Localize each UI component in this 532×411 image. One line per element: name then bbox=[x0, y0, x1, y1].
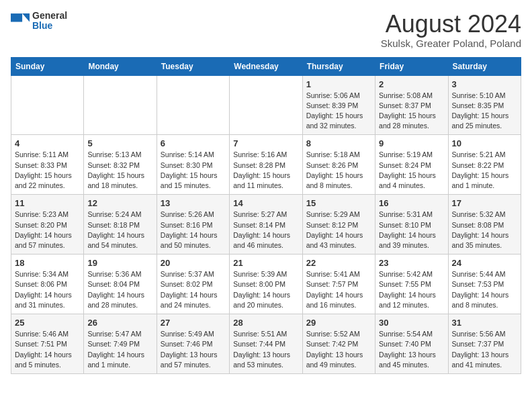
day-info: Sunrise: 5:51 AM Sunset: 7:44 PM Dayligh… bbox=[233, 330, 290, 369]
day-info: Sunrise: 5:46 AM Sunset: 7:51 PM Dayligh… bbox=[15, 330, 72, 369]
calendar-cell: 31Sunrise: 5:56 AM Sunset: 7:37 PM Dayli… bbox=[448, 314, 521, 374]
header-friday: Friday bbox=[375, 57, 448, 75]
day-info: Sunrise: 5:16 AM Sunset: 8:28 PM Dayligh… bbox=[233, 150, 290, 189]
day-info: Sunrise: 5:37 AM Sunset: 8:02 PM Dayligh… bbox=[161, 270, 218, 309]
day-number: 10 bbox=[452, 138, 517, 148]
calendar-cell: 22Sunrise: 5:41 AM Sunset: 7:57 PM Dayli… bbox=[302, 255, 375, 314]
day-info: Sunrise: 5:41 AM Sunset: 7:57 PM Dayligh… bbox=[306, 270, 363, 309]
calendar-cell bbox=[230, 75, 302, 135]
day-number: 7 bbox=[233, 138, 298, 148]
day-info: Sunrise: 5:31 AM Sunset: 8:10 PM Dayligh… bbox=[379, 210, 436, 249]
day-number: 17 bbox=[452, 198, 517, 208]
header-wednesday: Wednesday bbox=[230, 57, 302, 75]
day-info: Sunrise: 5:42 AM Sunset: 7:55 PM Dayligh… bbox=[379, 270, 436, 309]
calendar-cell: 17Sunrise: 5:32 AM Sunset: 8:08 PM Dayli… bbox=[448, 195, 521, 255]
main-title: August 2024 bbox=[381, 11, 521, 38]
day-info: Sunrise: 5:27 AM Sunset: 8:14 PM Dayligh… bbox=[233, 210, 290, 249]
day-number: 25 bbox=[15, 318, 80, 328]
calendar-cell: 10Sunrise: 5:21 AM Sunset: 8:22 PM Dayli… bbox=[448, 135, 521, 195]
calendar-cell: 3Sunrise: 5:10 AM Sunset: 8:35 PM Daylig… bbox=[448, 75, 521, 135]
day-info: Sunrise: 5:32 AM Sunset: 8:08 PM Dayligh… bbox=[452, 210, 509, 249]
calendar-header-row: SundayMondayTuesdayWednesdayThursdayFrid… bbox=[11, 57, 521, 75]
day-info: Sunrise: 5:26 AM Sunset: 8:16 PM Dayligh… bbox=[161, 210, 218, 249]
day-number: 28 bbox=[233, 318, 298, 328]
day-number: 4 bbox=[15, 138, 80, 148]
day-number: 3 bbox=[452, 79, 517, 89]
day-info: Sunrise: 5:14 AM Sunset: 8:30 PM Dayligh… bbox=[161, 150, 218, 189]
svg-rect-2 bbox=[11, 14, 22, 22]
calendar-cell: 8Sunrise: 5:18 AM Sunset: 8:26 PM Daylig… bbox=[302, 135, 375, 195]
day-number: 11 bbox=[15, 198, 80, 208]
logo-general: General bbox=[32, 11, 67, 21]
day-number: 22 bbox=[306, 258, 371, 268]
logo: General Blue bbox=[11, 11, 67, 32]
calendar-cell: 28Sunrise: 5:51 AM Sunset: 7:44 PM Dayli… bbox=[230, 314, 302, 374]
day-number: 21 bbox=[233, 258, 298, 268]
day-number: 30 bbox=[379, 318, 444, 328]
day-info: Sunrise: 5:23 AM Sunset: 8:20 PM Dayligh… bbox=[15, 210, 72, 249]
page-header: General Blue August 2024 Skulsk, Greater… bbox=[11, 11, 521, 49]
calendar-cell bbox=[84, 75, 157, 135]
day-info: Sunrise: 5:21 AM Sunset: 8:22 PM Dayligh… bbox=[452, 150, 509, 189]
day-number: 27 bbox=[161, 318, 226, 328]
calendar-cell: 24Sunrise: 5:44 AM Sunset: 7:53 PM Dayli… bbox=[448, 255, 521, 314]
day-number: 6 bbox=[161, 138, 226, 148]
calendar-cell: 15Sunrise: 5:29 AM Sunset: 8:12 PM Dayli… bbox=[302, 195, 375, 255]
day-info: Sunrise: 5:18 AM Sunset: 8:26 PM Dayligh… bbox=[306, 150, 363, 189]
day-info: Sunrise: 5:36 AM Sunset: 8:04 PM Dayligh… bbox=[87, 270, 144, 309]
day-info: Sunrise: 5:11 AM Sunset: 8:33 PM Dayligh… bbox=[15, 150, 72, 189]
calendar-table: SundayMondayTuesdayWednesdayThursdayFrid… bbox=[11, 57, 521, 374]
day-info: Sunrise: 5:47 AM Sunset: 7:49 PM Dayligh… bbox=[87, 330, 144, 369]
day-info: Sunrise: 5:52 AM Sunset: 7:42 PM Dayligh… bbox=[306, 330, 363, 369]
header-thursday: Thursday bbox=[302, 57, 375, 75]
calendar-cell: 6Sunrise: 5:14 AM Sunset: 8:30 PM Daylig… bbox=[157, 135, 229, 195]
calendar-cell: 20Sunrise: 5:37 AM Sunset: 8:02 PM Dayli… bbox=[157, 255, 229, 314]
logo-text: General Blue bbox=[32, 11, 67, 32]
day-number: 9 bbox=[379, 138, 444, 148]
day-number: 15 bbox=[306, 198, 371, 208]
day-info: Sunrise: 5:13 AM Sunset: 8:32 PM Dayligh… bbox=[87, 150, 144, 189]
calendar-cell: 5Sunrise: 5:13 AM Sunset: 8:32 PM Daylig… bbox=[84, 135, 157, 195]
calendar-week-1: 1Sunrise: 5:06 AM Sunset: 8:39 PM Daylig… bbox=[11, 75, 521, 135]
calendar-cell: 26Sunrise: 5:47 AM Sunset: 7:49 PM Dayli… bbox=[84, 314, 157, 374]
calendar-cell bbox=[11, 75, 84, 135]
day-number: 14 bbox=[233, 198, 298, 208]
calendar-cell: 21Sunrise: 5:39 AM Sunset: 8:00 PM Dayli… bbox=[230, 255, 302, 314]
calendar-cell bbox=[157, 75, 229, 135]
logo-icon bbox=[11, 11, 30, 30]
day-number: 12 bbox=[87, 198, 152, 208]
calendar-week-2: 4Sunrise: 5:11 AM Sunset: 8:33 PM Daylig… bbox=[11, 135, 521, 195]
day-number: 23 bbox=[379, 258, 444, 268]
subtitle: Skulsk, Greater Poland, Poland bbox=[381, 38, 521, 49]
day-info: Sunrise: 5:24 AM Sunset: 8:18 PM Dayligh… bbox=[87, 210, 144, 249]
calendar-cell: 25Sunrise: 5:46 AM Sunset: 7:51 PM Dayli… bbox=[11, 314, 84, 374]
day-info: Sunrise: 5:10 AM Sunset: 8:35 PM Dayligh… bbox=[452, 91, 509, 130]
day-number: 13 bbox=[161, 198, 226, 208]
day-number: 31 bbox=[452, 318, 517, 328]
calendar-cell: 7Sunrise: 5:16 AM Sunset: 8:28 PM Daylig… bbox=[230, 135, 302, 195]
header-monday: Monday bbox=[84, 57, 157, 75]
calendar-week-4: 18Sunrise: 5:34 AM Sunset: 8:06 PM Dayli… bbox=[11, 255, 521, 314]
day-number: 19 bbox=[87, 258, 152, 268]
day-info: Sunrise: 5:08 AM Sunset: 8:37 PM Dayligh… bbox=[379, 91, 436, 130]
day-info: Sunrise: 5:39 AM Sunset: 8:00 PM Dayligh… bbox=[233, 270, 290, 309]
calendar-cell: 4Sunrise: 5:11 AM Sunset: 8:33 PM Daylig… bbox=[11, 135, 84, 195]
header-tuesday: Tuesday bbox=[157, 57, 229, 75]
day-info: Sunrise: 5:49 AM Sunset: 7:46 PM Dayligh… bbox=[161, 330, 218, 369]
day-number: 16 bbox=[379, 198, 444, 208]
calendar-cell: 19Sunrise: 5:36 AM Sunset: 8:04 PM Dayli… bbox=[84, 255, 157, 314]
day-info: Sunrise: 5:29 AM Sunset: 8:12 PM Dayligh… bbox=[306, 210, 363, 249]
day-info: Sunrise: 5:56 AM Sunset: 7:37 PM Dayligh… bbox=[452, 330, 509, 369]
day-number: 1 bbox=[306, 79, 371, 89]
calendar-cell: 13Sunrise: 5:26 AM Sunset: 8:16 PM Dayli… bbox=[157, 195, 229, 255]
day-info: Sunrise: 5:19 AM Sunset: 8:24 PM Dayligh… bbox=[379, 150, 436, 189]
calendar-week-3: 11Sunrise: 5:23 AM Sunset: 8:20 PM Dayli… bbox=[11, 195, 521, 255]
day-number: 18 bbox=[15, 258, 80, 268]
calendar-cell: 2Sunrise: 5:08 AM Sunset: 8:37 PM Daylig… bbox=[375, 75, 448, 135]
day-number: 24 bbox=[452, 258, 517, 268]
header-sunday: Sunday bbox=[11, 57, 84, 75]
title-block: August 2024 Skulsk, Greater Poland, Pola… bbox=[381, 11, 521, 49]
day-number: 5 bbox=[87, 138, 152, 148]
day-info: Sunrise: 5:34 AM Sunset: 8:06 PM Dayligh… bbox=[15, 270, 72, 309]
calendar-cell: 14Sunrise: 5:27 AM Sunset: 8:14 PM Dayli… bbox=[230, 195, 302, 255]
